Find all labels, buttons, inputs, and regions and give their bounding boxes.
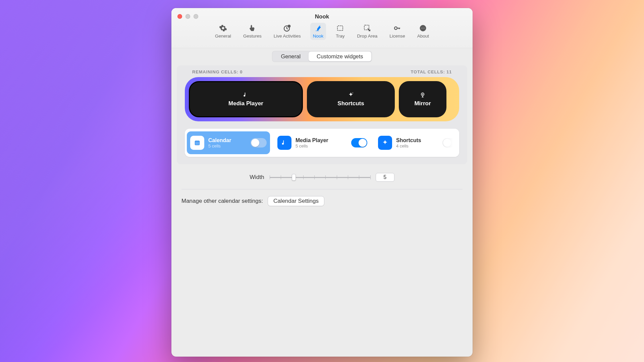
widget-card-media-player[interactable]: Media Player 5 cells	[274, 131, 371, 154]
hand-tap-icon	[248, 24, 257, 32]
toolbar-label: Drop Area	[357, 34, 377, 39]
total-cells-label: TOTAL CELLS: 11	[411, 69, 452, 74]
widget-cells: 5 cells	[296, 143, 328, 148]
manage-label: Manage other calendar settings:	[181, 198, 263, 204]
toolbar-label: Live Activities	[274, 34, 301, 39]
svg-point-10	[422, 94, 423, 95]
width-label: Width	[250, 174, 264, 181]
remaining-cells-label: REMAINING CELLS: 0	[192, 69, 243, 74]
svg-point-7	[423, 28, 424, 29]
toolbar-label: General	[215, 34, 231, 39]
preview-widget-media-player[interactable]: Media Player	[189, 81, 303, 117]
svg-point-8	[424, 28, 425, 29]
gear-icon	[218, 24, 228, 32]
toolbar-label: License	[389, 34, 405, 39]
minimize-button[interactable]	[185, 14, 190, 19]
drop-area-icon	[363, 24, 372, 32]
key-icon	[392, 24, 402, 32]
toolbar-label: Tray	[336, 34, 345, 39]
slider-thumb[interactable]	[292, 174, 296, 181]
preview-widget-title: Media Player	[228, 100, 263, 107]
preview-widget-title: Shortcuts	[337, 100, 364, 107]
toolbar-gestures[interactable]: Gestures	[240, 23, 264, 40]
toolbar-about[interactable]: About	[415, 23, 432, 40]
calendar-icon	[190, 136, 204, 150]
toolbar-general[interactable]: General	[212, 23, 234, 40]
svg-rect-2	[337, 26, 343, 31]
widgets-panel: REMAINING CELLS: 0 TOTAL CELLS: 11 Media…	[177, 65, 467, 164]
svg-rect-12	[196, 142, 199, 144]
widget-card-shortcuts[interactable]: Shortcuts 4 cells	[375, 131, 459, 154]
widget-toggle-media-player[interactable]	[351, 138, 367, 147]
widget-name: Shortcuts	[396, 137, 421, 143]
tray-icon	[335, 24, 345, 32]
preview-widget-shortcuts[interactable]: Shortcuts	[307, 81, 395, 117]
toolbar-drop-area[interactable]: Drop Area	[354, 23, 380, 40]
content-area: General Customize widgets REMAINING CELL…	[171, 48, 473, 357]
toolbar: General Gestures Live Activities Nook Tr…	[171, 23, 473, 40]
toolbar-license[interactable]: License	[387, 23, 408, 40]
lamp-icon	[314, 24, 323, 32]
traffic-lights	[177, 14, 198, 19]
camera-icon	[419, 92, 426, 98]
widget-name: Media Player	[296, 137, 328, 143]
calendar-settings-button[interactable]: Calendar Settings	[268, 196, 324, 206]
music-note-icon	[277, 136, 291, 150]
svg-point-4	[394, 27, 397, 29]
nook-preview-pill: Media Player Shortcuts Mirror	[185, 77, 459, 121]
widget-detail: Width 5 Manage other calendar settings: …	[181, 164, 463, 206]
preferences-window: Nook General Gestures Live Activities N	[171, 8, 473, 357]
toolbar-nook[interactable]: Nook	[310, 23, 326, 40]
window-title: Nook	[171, 8, 473, 20]
widget-card-calendar[interactable]: Calendar 5 cells	[187, 131, 270, 154]
widget-cells: 5 cells	[208, 143, 231, 148]
widget-toggle-calendar[interactable]	[251, 138, 267, 147]
width-value[interactable]: 5	[376, 173, 394, 182]
toolbar-label: Nook	[313, 34, 324, 39]
segmented-control: General Customize widgets	[272, 51, 372, 62]
toolbar-label: Gestures	[243, 34, 262, 39]
clock-badge-icon	[282, 24, 292, 32]
toolbar-tray[interactable]: Tray	[333, 23, 347, 40]
widget-name: Calendar	[208, 137, 231, 143]
titlebar: Nook General Gestures Live Activities N	[171, 8, 473, 48]
widget-cells: 4 cells	[396, 143, 421, 148]
preview-widget-title: Mirror	[414, 100, 431, 107]
width-slider[interactable]	[270, 174, 370, 181]
toolbar-live-activities[interactable]: Live Activities	[271, 23, 304, 40]
toolbar-label: About	[417, 34, 429, 39]
close-button[interactable]	[177, 14, 182, 19]
zoom-button[interactable]	[194, 14, 198, 19]
svg-point-1	[288, 25, 290, 27]
segment-customize-widgets[interactable]: Customize widgets	[309, 52, 371, 61]
divider	[181, 189, 463, 189]
desktop-wallpaper: Nook General Gestures Live Activities N	[0, 0, 644, 362]
sparkle-icon	[378, 136, 392, 150]
widget-toggle-shortcuts[interactable]	[442, 138, 459, 147]
sparkle-icon	[347, 92, 354, 98]
preview-widget-mirror[interactable]: Mirror	[399, 81, 446, 117]
music-note-icon	[243, 92, 249, 98]
svg-point-6	[421, 28, 422, 29]
widgets-list[interactable]: Calendar 5 cells Media Player 5 cells	[185, 129, 459, 157]
segment-general[interactable]: General	[273, 52, 309, 61]
ellipsis-circle-icon	[418, 24, 428, 32]
